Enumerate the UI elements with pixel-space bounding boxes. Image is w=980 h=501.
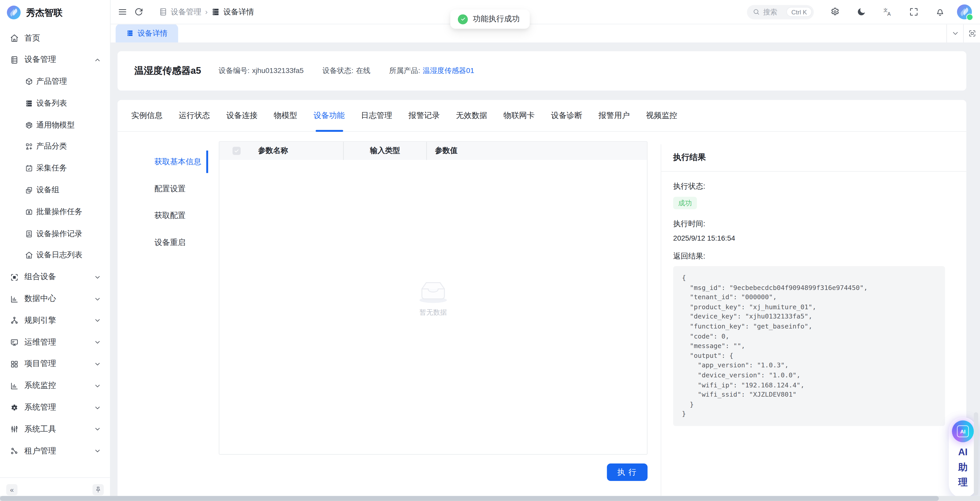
bar-chart-icon [10,295,19,303]
vertical-scrollbar[interactable] [974,412,978,495]
search-shortcut-badge: Ctrl K [786,7,812,17]
device-meta: 设备编号: xjhu0132133fa5 设备状态: 在线 所属产品: 温湿度传… [219,66,474,76]
status-badge: 成功 [673,197,697,209]
collapse-sidebar-button[interactable]: « [6,484,18,495]
chevron-down-icon [94,317,101,324]
sidebar-item-label: 产品管理 [36,76,67,87]
result-time-value: 2025/9/12 15:16:54 [673,234,945,242]
sidebar-item-system-monitor[interactable]: 系统监控 [0,377,110,395]
sliders-icon [10,425,19,434]
sidebar-item-product-category[interactable]: 产品分类 [0,138,110,156]
sidebar-item-product-management[interactable]: 产品管理 [0,72,110,91]
tab-alarm-users[interactable]: 报警用户 [598,100,630,132]
search-placeholder: 搜索 [763,7,777,16]
tab-log-management[interactable]: 日志管理 [361,100,392,132]
tab-invalid-data[interactable]: 无效数据 [456,100,487,132]
notifications-button[interactable] [935,7,945,17]
settings-button[interactable] [830,7,840,17]
ai-assistant-button[interactable]: AI AI 助 理 [949,417,977,498]
server-icon [10,55,19,64]
sidebar-item-project-management[interactable]: 项目管理 [0,355,110,374]
sidebar-item-device-log-list[interactable]: 设备日志列表 [0,246,110,265]
function-tab-get-config[interactable]: 获取配置 [118,205,208,227]
dark-mode-button[interactable] [856,7,866,17]
pin-sidebar-button[interactable] [92,484,104,495]
tab-instance-info[interactable]: 实例信息 [131,100,162,132]
content-fullscreen-button[interactable] [963,24,980,43]
tab-device-connection[interactable]: 设备连接 [226,100,258,132]
chevron-down-icon [94,447,101,455]
sidebar-item-common-thing-model[interactable]: 通用物模型 [0,116,110,135]
chevron-down-icon [951,29,959,37]
sidebar-item-ops-management[interactable]: 运维管理 [0,333,110,352]
home-icon [10,34,19,43]
workspace-tab-label: 设备详情 [138,28,168,38]
breadcrumb-device-management[interactable]: 设备管理 [159,7,201,17]
language-button[interactable] [883,7,892,17]
sidebar-item-label: 运维管理 [24,337,56,347]
refresh-button[interactable] [134,7,144,17]
hamburger-icon [118,7,127,17]
workspace-tab-device-detail[interactable]: 设备详情 [116,24,178,43]
tab-running-status[interactable]: 运行状态 [179,100,210,132]
execute-button[interactable]: 执 行 [606,463,648,481]
sidebar-item-label: 系统管理 [24,402,56,413]
collapse-menu-button[interactable] [118,7,127,17]
breadcrumb-label: 设备详情 [223,7,254,17]
sidebar-item-device-list[interactable]: 设备列表 [0,94,110,113]
fullscreen-button[interactable] [909,7,919,17]
sidebar-item-rule-engine[interactable]: 规则引擎 [0,311,110,330]
table-body: 暂无数据 [220,160,647,454]
select-all-checkbox[interactable] [232,147,240,155]
breadcrumb-separator: › [205,8,208,16]
ai-label-line: AI [958,445,967,460]
device-code-label: 设备编号: [219,66,250,76]
function-panel: 获取基本信息 配置设置 获取配置 设备重启 参数名称 [118,132,966,501]
device-product-link[interactable]: 温湿度传感器01 [423,66,474,76]
device-product: 所属产品: 温湿度传感器01 [389,66,474,76]
tab-device-function[interactable]: 设备功能 [313,100,345,132]
sidebar-item-device-operation-record[interactable]: 设备操作记录 [0,224,110,243]
tab-alarm-record[interactable]: 报警记录 [409,100,440,132]
sidebar-item-tenant-management[interactable]: 租户管理 [0,442,110,460]
sidebar-item-home[interactable]: 首页 [0,29,110,48]
sidebar-item-system-tools[interactable]: 系统工具 [0,420,110,439]
brand[interactable]: 秀杰智联 [0,0,110,25]
sidebar-item-device-management[interactable]: 设备管理 [0,51,110,69]
content-area: 温湿度传感器a5 设备编号: xjhu0132133fa5 设备状态: 在线 所… [110,43,980,501]
sidebar-item-batch-operation-task[interactable]: 批量操作任务 [0,203,110,221]
function-tab-device-reboot[interactable]: 设备重启 [118,231,208,254]
chevron-down-icon [94,404,101,411]
device-product-label: 所属产品: [389,66,420,76]
avatar[interactable] [956,4,972,20]
function-tab-config-set[interactable]: 配置设置 [118,178,208,200]
sidebar-item-data-center[interactable]: 数据中心 [0,289,110,308]
breadcrumb-device-detail[interactable]: 设备详情 [212,7,254,17]
sidebar-item-device-group[interactable]: 设备组 [0,181,110,200]
function-tab-get-baseinfo[interactable]: 获取基本信息 [118,151,208,173]
params-table-wrap: 参数名称 输入类型 参数值 暂无数据 [219,141,648,501]
grid-icon [10,360,19,369]
tenant-circles-icon [10,447,19,455]
search-input[interactable]: 搜索 Ctrl K [747,5,814,19]
horizontal-scrollbar[interactable] [0,496,939,501]
sidebar-item-system-management[interactable]: 系统管理 [0,398,110,417]
chevron-down-icon [94,360,101,368]
topbar: 设备管理 › 设备详情 搜索 Ctrl K [110,0,980,24]
monitor-icon [10,338,19,347]
chevron-down-icon [94,426,101,433]
sidebar-item-composite-device[interactable]: 组合设备 [0,268,110,287]
breadcrumb: 设备管理 › 设备详情 [159,7,254,17]
tab-thing-model[interactable]: 物模型 [274,100,297,132]
chevron-down-icon [94,382,101,390]
search-icon [752,8,760,16]
ai-label-line: 助 [958,460,967,474]
tab-video-monitor[interactable]: 视频监控 [646,100,677,132]
tab-device-diagnosis[interactable]: 设备诊断 [551,100,582,132]
tab-iot-card[interactable]: 物联网卡 [503,100,535,132]
topbar-actions: 搜索 Ctrl K [747,4,972,20]
sidebar-item-label: 组合设备 [24,272,56,282]
sidebar-item-collection-task[interactable]: 采集任务 [0,159,110,178]
tabstrip-dropdown-button[interactable] [946,24,963,43]
sidebar-item-label: 系统监控 [24,381,56,391]
